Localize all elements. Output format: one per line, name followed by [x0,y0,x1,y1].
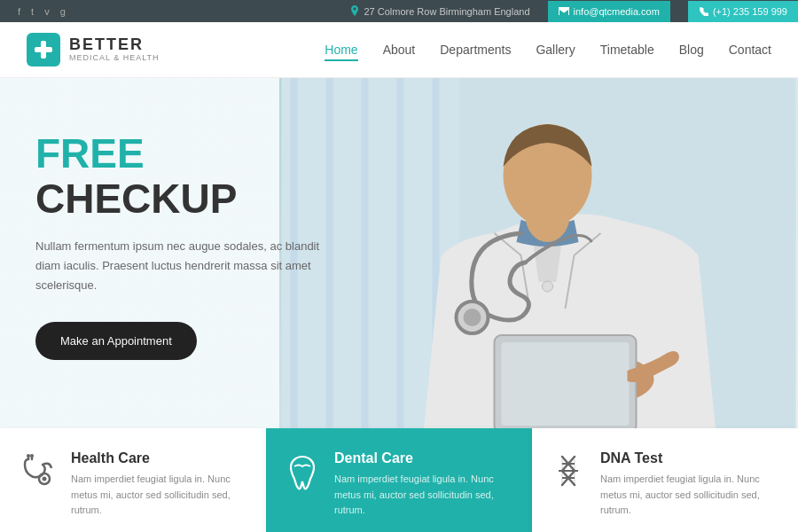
social-links[interactable]: f t v g [18,6,66,17]
header: BETTER MEDICAL & HEALTH Home About Depar… [0,22,798,78]
svg-point-20 [27,454,30,458]
nav-blog[interactable]: Blog [679,38,704,61]
contact-info: 27 Colmore Row Birmingham England info@q… [350,5,780,17]
brand-tagline: MEDICAL & HEALTH [69,54,160,63]
main-nav: Home About Departments Gallery Timetable… [325,38,771,61]
nav-timetable[interactable]: Timetable [600,38,654,61]
svg-rect-1 [35,47,52,52]
svg-point-14 [464,309,481,326]
top-bar: f t v g 27 Colmore Row Birmingham Englan… [0,0,798,22]
dental-care-content: Dental Care Nam imperdiet feugiat ligula… [334,450,514,519]
health-care-card: Health Care Nam imperdiet feugiat ligula… [0,428,266,532]
dental-care-desc: Nam imperdiet feugiat ligula in. Nunc me… [334,472,514,519]
nav-home[interactable]: Home [325,38,357,61]
phone-info: (+1) 235 159 999 [688,1,798,22]
logo-text: BETTER MEDICAL & HEALTH [69,36,160,63]
appointment-button[interactable]: Make an Appointment [35,322,197,360]
dna-test-content: DNA Test Nam imperdiet feugiat ligula in… [600,450,780,519]
dental-care-title: Dental Care [334,450,514,466]
logo: BETTER MEDICAL & HEALTH [27,33,160,66]
brand-name: BETTER [69,36,160,54]
dna-icon [550,452,587,500]
nav-gallery[interactable]: Gallery [536,38,575,61]
dna-test-desc: Nam imperdiet feugiat ligula in. Nunc me… [600,472,780,519]
hero-title: FREE CHECKUP [35,131,337,221]
svg-rect-17 [502,342,630,426]
svg-point-12 [543,281,553,292]
social-vimeo[interactable]: v [44,6,50,17]
phone-text: (+1) 235 159 999 [713,6,787,17]
email-info: info@qtcmedia.com [548,1,670,22]
nav-departments[interactable]: Departments [440,38,511,61]
health-care-title: Health Care [71,450,248,466]
tooth-icon [284,452,321,500]
nav-about[interactable]: About [383,38,416,61]
svg-point-21 [30,454,34,458]
social-twitter[interactable]: t [31,6,34,17]
stethoscope-icon [18,452,58,500]
nav-contact[interactable]: Contact [729,38,771,61]
hero-title-rest: CHECKUP [35,176,237,222]
svg-rect-7 [397,78,404,433]
dental-care-card: Dental Care Nam imperdiet feugiat ligula… [266,428,532,532]
address-info: 27 Colmore Row Birmingham England [350,5,529,17]
social-google[interactable]: g [60,6,66,17]
email-text: info@qtcmedia.com [574,6,660,17]
svg-point-19 [43,477,47,481]
social-facebook[interactable]: f [18,6,20,17]
dna-test-title: DNA Test [600,450,780,466]
dna-test-card: DNA Test Nam imperdiet feugiat ligula in… [532,428,798,532]
health-care-desc: Nam imperdiet feugiat ligula in. Nunc me… [71,472,248,519]
hero-content: FREE CHECKUP Nullam fermentum ipsum nec … [0,78,372,413]
service-cards: Health Care Nam imperdiet feugiat ligula… [0,428,798,532]
hero-description: Nullam fermentum ipsum nec augue sodales… [35,237,337,295]
health-care-content: Health Care Nam imperdiet feugiat ligula… [71,450,248,519]
logo-icon [27,33,60,66]
hero-title-free: FREE [35,130,145,176]
hero-section: FREE CHECKUP Nullam fermentum ipsum nec … [0,78,798,433]
address-text: 27 Colmore Row Birmingham England [364,6,529,17]
